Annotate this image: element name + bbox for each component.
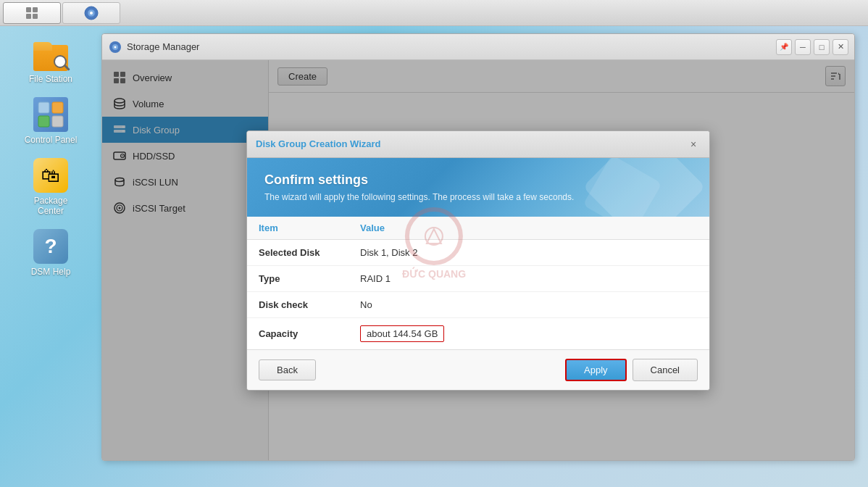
minimize-button[interactable]: ─ <box>795 39 811 55</box>
svg-rect-2 <box>26 14 31 19</box>
cancel-button[interactable]: Cancel <box>633 359 698 381</box>
dialog-titlebar: Disk Group Creation Wizard × <box>247 131 709 158</box>
dialog-title: Disk Group Creation Wizard <box>256 138 381 149</box>
dsm-help-label: DSM Help <box>31 267 71 277</box>
row-value-disk-check: No <box>349 291 709 317</box>
row-value-selected-disk: Disk 1, Disk 2 <box>349 239 709 265</box>
table-row: Type RAID 1 <box>247 265 709 291</box>
row-item-capacity: Capacity <box>247 317 349 349</box>
row-value-type: RAID 1 <box>349 265 709 291</box>
app-grid-icon <box>25 6 39 20</box>
storage-manager-title-icon <box>108 40 122 54</box>
maximize-button[interactable]: □ <box>814 39 830 55</box>
svg-rect-9 <box>38 116 49 127</box>
table-row: Capacity about 144.54 GB <box>247 317 709 349</box>
svg-point-6 <box>90 12 93 14</box>
desktop-icon-file-station[interactable]: File Station <box>18 33 83 87</box>
desktop-icon-dsm-help[interactable]: ? DSM Help <box>18 226 83 280</box>
col-value: Value <box>349 217 709 240</box>
dialog-body: Item Value Selected Disk Disk 1, Disk 2 … <box>247 217 709 349</box>
table-row: Selected Disk Disk 1, Disk 2 <box>247 239 709 265</box>
taskbar <box>0 0 868 26</box>
capacity-value: about 144.54 GB <box>360 325 444 342</box>
disk-group-creation-dialog: Disk Group Creation Wizard × Confirm set… <box>246 130 710 391</box>
table-row: Disk check No <box>247 291 709 317</box>
row-item-disk-check: Disk check <box>247 291 349 317</box>
window-titlebar: Storage Manager 📌 ─ □ ✕ <box>102 34 854 60</box>
dialog-footer: Back Apply Cancel <box>247 349 709 390</box>
pin-button[interactable]: 📌 <box>776 39 792 55</box>
footer-right-buttons: Apply Cancel <box>565 359 698 381</box>
package-center-label: Package Center <box>21 196 80 216</box>
taskbar-item-app-grid[interactable] <box>3 2 61 24</box>
dialog-header: Confirm settings The wizard will apply t… <box>247 158 709 217</box>
svg-rect-10 <box>52 116 63 127</box>
window-controls: 📌 ─ □ ✕ <box>776 39 848 55</box>
desktop: File Station Control Panel 🛍 Package Cen… <box>0 26 101 487</box>
file-station-label: File Station <box>29 74 72 84</box>
control-panel-label: Control Panel <box>25 135 78 145</box>
apply-button[interactable]: Apply <box>565 359 627 381</box>
dialog-close-button[interactable]: × <box>686 137 701 151</box>
dialog-header-subtitle: The wizard will apply the following sett… <box>264 192 692 202</box>
svg-rect-7 <box>38 102 49 113</box>
storage-manager-icon <box>83 5 99 21</box>
svg-rect-8 <box>52 102 63 113</box>
back-button[interactable]: Back <box>259 359 316 380</box>
window-title: Storage Manager <box>127 41 199 52</box>
row-item-type: Type <box>247 265 349 291</box>
desktop-icon-control-panel[interactable]: Control Panel <box>18 94 83 148</box>
col-item: Item <box>247 217 349 240</box>
desktop-icon-package-center[interactable]: 🛍 Package Center <box>18 155 83 219</box>
dialog-header-title: Confirm settings <box>264 172 692 188</box>
row-item-selected-disk: Selected Disk <box>247 239 349 265</box>
svg-point-13 <box>114 46 117 48</box>
close-window-button[interactable]: ✕ <box>832 39 848 55</box>
storage-manager-window: Storage Manager 📌 ─ □ ✕ Overview Volume <box>101 33 855 461</box>
svg-rect-3 <box>33 14 38 19</box>
settings-table: Item Value Selected Disk Disk 1, Disk 2 … <box>247 217 709 349</box>
svg-rect-0 <box>26 7 31 12</box>
taskbar-item-storage-manager[interactable] <box>62 2 120 24</box>
svg-rect-1 <box>33 7 38 12</box>
row-value-capacity: about 144.54 GB <box>349 317 709 349</box>
